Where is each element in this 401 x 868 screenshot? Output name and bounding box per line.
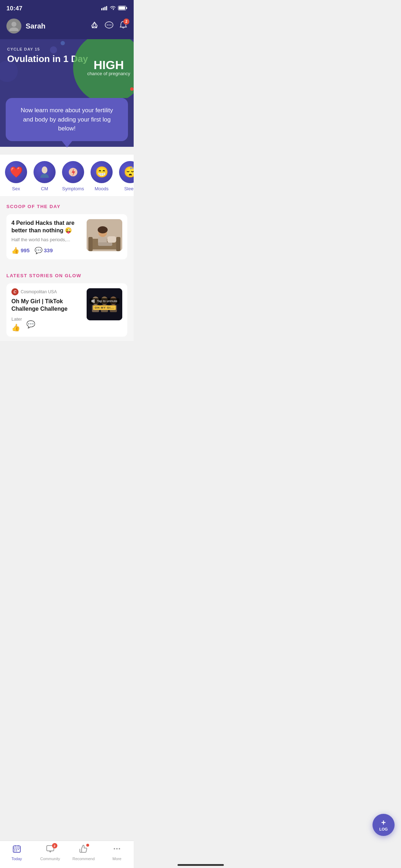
likes-stat: 👍 995	[11, 247, 30, 254]
article-title: 4 Period Hacks that are better than noth…	[11, 219, 82, 234]
svg-point-12	[107, 25, 108, 26]
story-content: C Cosmopolitan USA Oh My Girl | TikTok C…	[11, 288, 82, 332]
source-logo: C	[11, 288, 19, 295]
sleep-icon: 😴	[119, 161, 134, 183]
period-dot	[130, 87, 134, 91]
story-title: Oh My Girl | TikTok Challenge Challenge	[11, 298, 82, 313]
latest-stories-section: LATEST STORIES ON GLOW C Cosmopolitan US…	[0, 269, 134, 341]
log-categories: ❤️ Sex CM Symptoms 😁 Moods	[0, 155, 134, 197]
svg-rect-1	[103, 7, 104, 10]
svg-marker-9	[92, 22, 97, 28]
thumbs-up-icon: 👍	[11, 247, 19, 254]
notification-badge: 2	[123, 19, 129, 25]
article-excerpt: Half the world has periods,...	[11, 237, 82, 243]
svg-point-8	[9, 27, 19, 31]
comments-count: 339	[44, 247, 53, 253]
log-category-sleep[interactable]: 😴 Sleep	[118, 161, 134, 191]
cm-icon	[34, 161, 56, 183]
article-content: 4 Period Hacks that are better than noth…	[11, 219, 82, 254]
article-thumbnail	[87, 219, 122, 251]
avatar	[6, 19, 21, 33]
scoop-header: SCOOP OF THE DAY	[6, 204, 127, 209]
story-thumbnail: Tap to unmute OH MY GI...	[87, 288, 122, 320]
symptoms-label: Symptoms	[62, 186, 84, 191]
message-button[interactable]	[104, 21, 114, 31]
fertility-indicator: HIGH chance of pregnancy	[73, 39, 134, 102]
cycle-section: CYCLE DAY 15 Ovulation in 1 Day HIGH cha…	[0, 39, 134, 102]
story-source: C Cosmopolitan USA	[11, 288, 82, 295]
crown-button[interactable]	[90, 21, 99, 31]
cm-label: CM	[41, 186, 48, 191]
user-name-label: Sarah	[26, 22, 86, 30]
sleep-label: Sleep	[124, 186, 134, 191]
video-label: OH MY GI...	[93, 305, 116, 310]
moods-icon: 😁	[91, 161, 113, 183]
svg-rect-25	[107, 236, 116, 243]
svg-rect-20	[116, 237, 120, 251]
story-actions: Later 👍 💬	[11, 316, 82, 332]
likes-count: 995	[21, 247, 30, 253]
status-time: 10:47	[6, 5, 22, 12]
tap-unmute-label: Tap to unmute	[89, 298, 119, 304]
latest-stories-header: LATEST STORIES ON GLOW	[6, 273, 127, 278]
battery-icon	[118, 5, 127, 12]
comments-stat: 💬 339	[35, 247, 53, 254]
speech-bubble: Now learn more about your fertility and …	[6, 98, 128, 141]
sex-label: Sex	[12, 186, 20, 191]
source-name: Cosmopolitan USA	[21, 289, 57, 294]
signal-icon	[101, 6, 108, 11]
video-overlay: Tap to unmute OH MY GI...	[87, 288, 122, 320]
svg-rect-24	[98, 242, 112, 246]
status-icons	[101, 5, 127, 12]
comment-action[interactable]: 💬	[26, 320, 35, 329]
scoop-section: SCOOP OF THE DAY 4 Period Hacks that are…	[0, 197, 134, 269]
status-bar: 10:47	[0, 0, 134, 15]
svg-rect-19	[88, 237, 93, 251]
svg-rect-33	[92, 300, 92, 302]
comment-icon: 💬	[35, 247, 42, 254]
header: Sarah 2	[0, 15, 134, 39]
wifi-icon	[110, 5, 116, 12]
scoop-article-card[interactable]: 4 Period Hacks that are better than noth…	[6, 214, 127, 259]
svg-point-13	[109, 25, 110, 26]
svg-rect-35	[94, 299, 94, 303]
moods-label: Moods	[94, 186, 108, 191]
svg-point-14	[110, 25, 112, 26]
log-category-cm[interactable]: CM	[32, 161, 57, 191]
log-category-symptoms[interactable]: Symptoms	[61, 161, 86, 191]
symptoms-icon	[62, 161, 84, 183]
speech-bubble-text: Now learn more about your fertility and …	[15, 106, 119, 133]
svg-rect-34	[93, 300, 93, 303]
svg-rect-0	[101, 8, 102, 10]
log-category-sex[interactable]: ❤️ Sex	[4, 161, 29, 191]
notification-button[interactable]: 2	[119, 21, 127, 31]
fertility-level: HIGH	[94, 59, 124, 71]
svg-point-7	[11, 22, 16, 27]
log-category-moods[interactable]: 😁 Moods	[89, 161, 114, 191]
later-label: Later	[11, 316, 22, 322]
sex-icon: ❤️	[5, 161, 27, 183]
fertility-sub: chance of pregnancy	[87, 71, 130, 77]
svg-rect-3	[106, 6, 107, 10]
svg-rect-5	[126, 7, 127, 9]
svg-point-15	[42, 166, 47, 174]
thumbs-up-later-icon: 👍	[11, 323, 22, 332]
article-stats: 👍 995 💬 339	[11, 247, 82, 254]
header-icons: 2	[90, 21, 127, 31]
story-card[interactable]: C Cosmopolitan USA Oh My Girl | TikTok C…	[6, 283, 127, 337]
svg-rect-2	[104, 7, 106, 10]
later-action[interactable]: Later 👍	[11, 316, 22, 332]
svg-point-22	[98, 226, 108, 233]
svg-rect-6	[119, 6, 125, 10]
comment-story-icon: 💬	[26, 320, 35, 329]
